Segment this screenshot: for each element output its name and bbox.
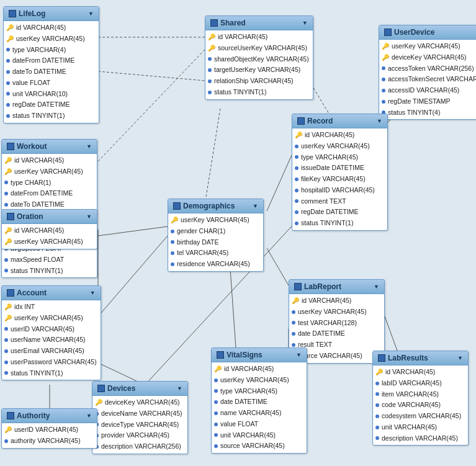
table-row: 🔑userKey VARCHAR(45) — [4, 34, 99, 45]
table-arrow-labreport[interactable]: ▼ — [374, 284, 379, 290]
field-label: source VARCHAR(45) — [298, 351, 362, 361]
table-body-oration: 🔑id VARCHAR(45)🔑userKey VARCHAR(45) — [2, 224, 97, 249]
field-label: userID VARCHAR(45) — [11, 325, 74, 334]
table-header-labreport[interactable]: LabReport▼ — [289, 280, 384, 294]
table-row: userPassword VARCHAR(45) — [2, 357, 101, 368]
svg-line-5 — [205, 109, 220, 205]
field-label: unit VARCHAR(45) — [382, 423, 437, 432]
field-label: id VARCHAR(45) — [385, 367, 435, 377]
table-row: 🔑deviceKey VARCHAR(45) — [92, 397, 187, 408]
table-header-shared[interactable]: Shared▼ — [205, 16, 313, 30]
field-label: tel VARCHAR(45) — [177, 248, 228, 258]
pk-icon: 🔑 — [208, 32, 215, 42]
table-account: Account▼🔑idx INT🔑userKey VARCHAR(45)user… — [1, 285, 101, 380]
table-arrow-demographics[interactable]: ▼ — [253, 203, 258, 209]
table-row: sharedObjectKey VARCHAR(45) — [205, 54, 313, 65]
table-header-labresults[interactable]: LabResults▼ — [373, 351, 468, 365]
table-row: test VARCHAR(128) — [289, 318, 384, 329]
table-header-userdevice[interactable]: UserDevice▼ — [379, 25, 476, 40]
table-arrow-lifelog[interactable]: ▼ — [88, 11, 94, 17]
field-label: regDate DATETIME — [301, 207, 359, 217]
field-label: regDate DATETIME — [12, 100, 70, 110]
dot-icon — [292, 310, 295, 314]
table-arrow-labresults[interactable]: ▼ — [457, 355, 463, 361]
table-row: dateFrom DATETIME — [4, 55, 99, 66]
dot-icon — [375, 382, 379, 385]
table-row: issueDate DATETIME — [292, 163, 387, 174]
table-row: 🔑idx INT — [2, 302, 101, 313]
field-label: issueDate DATETIME — [301, 163, 364, 173]
dot-icon — [6, 59, 10, 63]
table-arrow-account[interactable]: ▼ — [90, 290, 96, 296]
table-row: regDate DATETIME — [4, 99, 99, 110]
table-title-shared: Shared — [220, 19, 246, 27]
table-arrow-devices[interactable]: ▼ — [177, 385, 182, 392]
dot-icon — [214, 389, 218, 393]
table-title-oration: Oration — [17, 212, 43, 221]
table-demographics: Demographics▼🔑userKey VARCHAR(45)gender … — [168, 199, 264, 272]
table-arrow-workout[interactable]: ▼ — [86, 143, 92, 150]
table-row: 🔑id VARCHAR(45) — [289, 295, 384, 307]
field-label: userKey VARCHAR(45) — [16, 34, 85, 44]
table-row: codesystem VARCHAR(45) — [373, 411, 468, 422]
fk-icon: 🔑 — [6, 34, 14, 43]
dot-icon — [4, 338, 8, 342]
field-label: labID VARCHAR(45) — [382, 379, 442, 388]
table-header-lifelog[interactable]: LifeLog▼ — [4, 7, 99, 21]
table-header-devices[interactable]: Devices▼ — [92, 382, 187, 396]
table-body-shared: 🔑id VARCHAR(45)🔑sourceUserKey VARCHAR(45… — [205, 30, 313, 99]
field-label: deviceKey VARCHAR(45) — [105, 398, 180, 408]
table-row: maxSpeed FLOAT — [2, 254, 97, 266]
field-label: userKey VARCHAR(45) — [14, 313, 83, 323]
table-header-vitalsigns[interactable]: VitalSigns▼ — [212, 348, 307, 362]
table-row: 🔑id VARCHAR(45) — [4, 22, 99, 34]
table-row: deviceName VARCHAR(45) — [92, 408, 187, 419]
field-label: provider VARCHAR(45) — [101, 431, 169, 441]
table-arrow-authority[interactable]: ▼ — [86, 413, 92, 419]
field-label: userKey VARCHAR(45) — [14, 237, 83, 247]
fk-icon: 🔑 — [208, 43, 215, 53]
table-header-account[interactable]: Account▼ — [2, 286, 101, 300]
table-header-demographics[interactable]: Demographics▼ — [168, 199, 263, 213]
table-row: 🔑userID VARCHAR(45) — [2, 424, 97, 436]
field-label: deviceName VARCHAR(45) — [101, 409, 182, 419]
table-header-record[interactable]: Record▼ — [292, 114, 387, 128]
fk-icon: 🔑 — [4, 237, 12, 246]
field-label: id VARCHAR(45) — [224, 364, 274, 374]
table-header-oration[interactable]: Oration▼ — [2, 210, 97, 224]
field-label: date DATETIME — [298, 329, 345, 339]
table-row: accessTokenSecret VARCHAR(256) — [379, 74, 476, 85]
dot-icon — [295, 145, 299, 148]
dot-icon — [295, 189, 299, 192]
field-label: relationShip VARCHAR(45) — [214, 76, 294, 86]
field-label: userKey VARCHAR(45) — [14, 167, 83, 177]
table-body-authority: 🔑userID VARCHAR(45)authority VARCHAR(45) — [2, 423, 97, 448]
table-arrow-oration[interactable]: ▼ — [86, 213, 92, 220]
field-label: description VARCHAR(45) — [382, 434, 458, 444]
table-header-workout[interactable]: Workout▼ — [2, 140, 97, 154]
table-arrow-shared[interactable]: ▼ — [302, 20, 308, 26]
dot-icon — [295, 199, 299, 203]
table-title-userdevice: UserDevice — [394, 28, 434, 37]
svg-line-3 — [98, 236, 168, 316]
field-label: test VARCHAR(128) — [298, 318, 357, 328]
dot-icon — [171, 251, 174, 255]
field-label: idx INT — [14, 302, 35, 312]
table-arrow-vitalsigns[interactable]: ▼ — [296, 352, 302, 358]
table-header-authority[interactable]: Authority▼ — [2, 409, 97, 423]
dot-icon — [4, 181, 8, 184]
table-arrow-record[interactable]: ▼ — [377, 118, 382, 124]
table-row: description VARCHAR(256) — [92, 441, 187, 452]
table-row: 🔑id VARCHAR(45) — [2, 155, 97, 166]
dot-icon — [382, 78, 385, 81]
table-row: provider VARCHAR(45) — [92, 430, 187, 441]
table-row: status TINYINT(1) — [292, 218, 387, 229]
field-label: unit VARCHAR(45) — [220, 431, 276, 441]
field-label: deviceKey VARCHAR(45) — [392, 53, 467, 63]
svg-line-2 — [98, 226, 168, 236]
dot-icon — [4, 258, 8, 262]
table-row: deviceType VARCHAR(45) — [92, 419, 187, 431]
field-label: id VARCHAR(45) — [14, 156, 64, 166]
dot-icon — [4, 349, 8, 353]
dot-icon — [6, 92, 10, 96]
